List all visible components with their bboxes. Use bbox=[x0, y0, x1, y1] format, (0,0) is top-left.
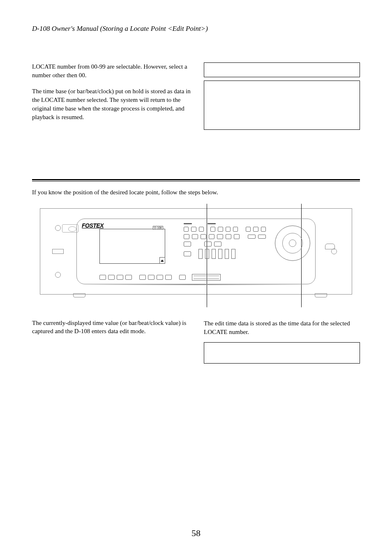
top-section: LOCATE number from 00-99 are selectable.… bbox=[32, 62, 360, 130]
panel-button bbox=[184, 251, 191, 256]
eject-icon: ⏏ bbox=[159, 257, 165, 264]
paragraph-2: The time base (or bar/beat/clock) put on… bbox=[32, 87, 191, 122]
power-button-icon bbox=[325, 244, 335, 249]
panel-button bbox=[125, 275, 132, 280]
panel-button bbox=[201, 234, 206, 239]
vent-icon bbox=[52, 249, 64, 254]
panel-button bbox=[258, 235, 266, 239]
panel-button bbox=[210, 227, 215, 232]
brand-label: FOSTEX bbox=[82, 222, 104, 229]
button-panel bbox=[184, 223, 266, 261]
device-left-side bbox=[44, 212, 72, 291]
panel-button bbox=[226, 227, 231, 232]
panel-button bbox=[253, 227, 258, 232]
paragraph-4: The edit time data is stored as the time… bbox=[204, 319, 360, 336]
transport-button bbox=[212, 249, 216, 259]
bottom-right-column: The edit time data is stored as the time… bbox=[204, 319, 360, 364]
device-illustration: FOSTEX D-108 ⏏ bbox=[40, 208, 352, 295]
transport-button bbox=[205, 249, 209, 259]
indicator-icon bbox=[184, 223, 192, 224]
jog-wheel bbox=[275, 226, 310, 261]
device-foot-icon bbox=[73, 293, 85, 297]
display-box-small bbox=[204, 62, 360, 77]
paragraph-1: LOCATE number from 00-99 are selectable.… bbox=[32, 62, 191, 80]
transport-button bbox=[231, 249, 235, 259]
top-right-column bbox=[204, 62, 360, 130]
transport-button bbox=[198, 249, 203, 259]
section-divider bbox=[32, 179, 360, 182]
panel-button bbox=[117, 275, 123, 280]
top-left-column: LOCATE number from 00-99 are selectable.… bbox=[32, 62, 191, 130]
panel-button bbox=[148, 275, 154, 280]
indicator-icon bbox=[208, 223, 216, 224]
panel-button bbox=[233, 227, 238, 232]
display-box-med bbox=[204, 342, 360, 364]
panel-button bbox=[214, 242, 221, 246]
device-front-panel: FOSTEX D-108 ⏏ bbox=[76, 219, 316, 284]
device-foot-icon bbox=[315, 293, 327, 297]
page-header: D-108 Owner's Manual (Storing a Locate P… bbox=[32, 25, 360, 33]
jog-center bbox=[289, 240, 296, 247]
panel-button bbox=[246, 227, 251, 232]
panel-button bbox=[217, 234, 223, 239]
slider-area bbox=[192, 274, 221, 281]
panel-button bbox=[184, 234, 189, 239]
pitch-slider bbox=[192, 274, 221, 281]
panel-button bbox=[184, 227, 189, 232]
screw-icon bbox=[331, 249, 337, 254]
panel-button bbox=[108, 275, 115, 280]
lcd-screen: D-108 ⏏ bbox=[99, 229, 165, 264]
panel-button bbox=[99, 275, 106, 280]
brand-area: FOSTEX bbox=[82, 222, 104, 229]
page-number: 58 bbox=[191, 528, 201, 539]
bottom-section: The currently-displayed time value (or b… bbox=[32, 319, 360, 364]
screw-icon bbox=[55, 225, 61, 231]
panel-button bbox=[157, 275, 163, 280]
panel-button bbox=[199, 227, 204, 232]
panel-button bbox=[191, 227, 196, 232]
bottom-button-row bbox=[99, 275, 186, 280]
panel-button bbox=[204, 242, 212, 246]
section-intro: If you know the position of the desired … bbox=[32, 189, 360, 196]
panel-button bbox=[218, 227, 223, 232]
device-right-side bbox=[320, 212, 348, 291]
panel-button bbox=[179, 275, 186, 280]
paragraph-3: The currently-displayed time value (or b… bbox=[32, 319, 191, 335]
panel-button bbox=[184, 242, 191, 246]
screw-icon bbox=[55, 272, 61, 278]
panel-button bbox=[139, 275, 146, 280]
panel-button bbox=[226, 234, 231, 239]
transport-button bbox=[218, 249, 222, 259]
panel-button bbox=[234, 234, 240, 239]
panel-button bbox=[248, 235, 256, 239]
disk-slot-icon bbox=[62, 224, 78, 233]
panel-button bbox=[209, 234, 214, 239]
panel-button bbox=[165, 275, 172, 280]
panel-button bbox=[192, 234, 198, 239]
transport-button bbox=[225, 249, 229, 259]
jog-inner-ring bbox=[282, 233, 303, 253]
panel-edge-highlight bbox=[83, 284, 309, 285]
bottom-left-column: The currently-displayed time value (or b… bbox=[32, 319, 191, 364]
display-box-large bbox=[204, 81, 360, 130]
model-label: D-108 bbox=[153, 226, 163, 230]
panel-button bbox=[261, 227, 266, 232]
